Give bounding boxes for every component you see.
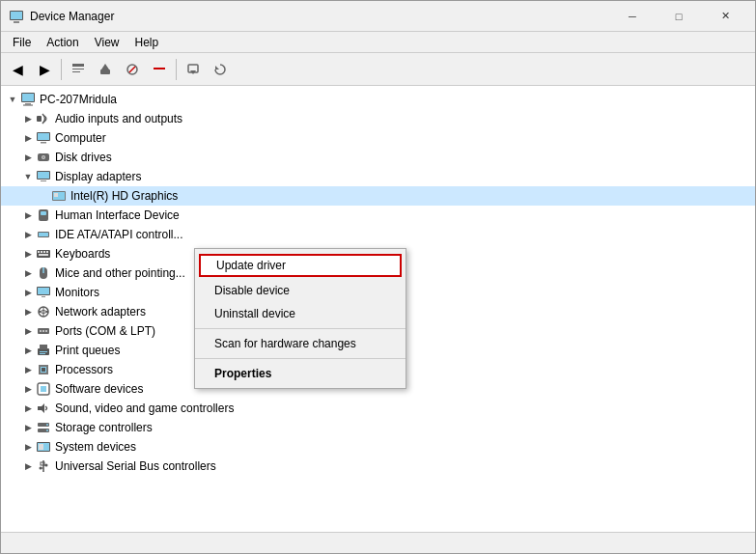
tree-root[interactable]: ▼ PC-207Mridula [1, 90, 755, 109]
svg-rect-30 [54, 193, 58, 197]
svg-marker-7 [101, 64, 109, 69]
titlebar: Device Manager ─ □ ✕ [1, 1, 755, 32]
menu-view[interactable]: View [87, 34, 127, 51]
close-button[interactable]: ✕ [703, 1, 747, 32]
properties-button[interactable] [66, 57, 91, 82]
menu-action[interactable]: Action [39, 34, 86, 51]
monitors-expand-icon: ▶ [20, 285, 36, 300]
minimize-button[interactable]: ─ [610, 1, 655, 32]
svg-rect-15 [22, 94, 34, 101]
ctx-properties[interactable]: Properties [195, 362, 406, 385]
disable-button[interactable] [120, 57, 145, 82]
disk-expand-icon: ▶ [20, 150, 36, 165]
audio-expand-icon: ▶ [20, 111, 36, 126]
ctx-scan-hardware[interactable]: Scan for hardware changes [195, 332, 406, 355]
svg-rect-5 [72, 71, 80, 72]
storage-icon [36, 420, 51, 435]
ctx-separator-1 [195, 328, 406, 329]
svg-rect-21 [41, 142, 46, 144]
mice-icon [36, 265, 51, 281]
svg-marker-13 [215, 66, 219, 69]
computer-expand-icon: ▶ [20, 130, 36, 146]
svg-rect-60 [41, 386, 46, 392]
window-title: Device Manager [30, 10, 610, 23]
audio-label: Audio inputs and outputs [55, 112, 182, 125]
svg-point-65 [46, 429, 48, 431]
network-icon [36, 304, 51, 319]
svg-rect-6 [100, 69, 110, 74]
ctx-separator-2 [195, 358, 406, 359]
toolbar: ◀ ▶ [1, 53, 755, 86]
usb-icon [36, 458, 51, 474]
keyboard-label: Keyboards [55, 247, 110, 261]
device-manager-window: Device Manager ─ □ ✕ File Action View He… [0, 0, 756, 554]
display-label: Display adapters [55, 170, 141, 183]
svg-rect-58 [42, 368, 45, 372]
computer-label: Computer [55, 131, 106, 145]
svg-rect-34 [39, 233, 48, 236]
tree-item-disk[interactable]: ▶ Disk drives [1, 148, 755, 167]
svg-rect-26 [38, 172, 49, 179]
svg-rect-39 [46, 251, 48, 253]
ports-icon [36, 323, 51, 339]
svg-rect-1 [14, 21, 19, 23]
uninstall-button[interactable] [147, 57, 172, 82]
disk-icon [36, 150, 51, 165]
scan-changes-button[interactable] [181, 57, 206, 82]
mice-expand-icon: ▶ [20, 265, 36, 281]
svg-rect-10 [154, 68, 165, 69]
root-label: PC-207Mridula [40, 93, 117, 106]
svg-rect-4 [72, 69, 84, 69]
toolbar-separator-1 [61, 59, 62, 80]
network-expand-icon: ▶ [20, 304, 36, 319]
disk-label: Disk drives [55, 151, 112, 164]
storage-expand-icon: ▶ [20, 420, 36, 435]
hid-label: Human Interface Device [55, 208, 180, 222]
print-label: Print queues [55, 344, 120, 357]
ctx-disable-device[interactable]: Disable device [195, 279, 406, 302]
refresh-button[interactable] [208, 57, 233, 82]
sound-label: Sound, video and game controllers [55, 402, 234, 415]
tree-item-computer[interactable]: ▶ Computer [1, 128, 755, 148]
audio-icon [36, 111, 51, 126]
tree-item-storage[interactable]: ▶ Storage controllers [1, 418, 755, 437]
ctx-update-driver[interactable]: Update driver [199, 254, 402, 277]
tree-item-hid[interactable]: ▶ Human Interface Device [1, 206, 755, 225]
update-driver-button[interactable] [93, 57, 118, 82]
hid-expand-icon: ▶ [20, 208, 36, 223]
svg-rect-44 [38, 288, 49, 294]
tree-item-display[interactable]: ▼ Display adapters [1, 167, 755, 186]
display-expand-icon: ▼ [20, 169, 36, 184]
sys-icon [36, 439, 51, 455]
tree-item-gpu[interactable]: Intel(R) HD Graphics [1, 186, 755, 206]
tree-item-sys[interactable]: ▶ System devices [1, 437, 755, 457]
gpu-expand-icon [36, 188, 51, 204]
menu-file[interactable]: File [5, 34, 39, 51]
tree-item-usb[interactable]: ▶ Universal Serial Bus controllers [1, 457, 755, 476]
computer-icon [36, 130, 51, 146]
print-icon [36, 343, 51, 358]
svg-point-24 [42, 156, 44, 158]
gpu-label: Intel(R) HD Graphics [70, 189, 178, 203]
svg-point-51 [45, 330, 47, 332]
ctx-uninstall-device[interactable]: Uninstall device [195, 302, 406, 325]
forward-button[interactable]: ▶ [32, 57, 57, 82]
ide-expand-icon: ▶ [20, 227, 36, 242]
menubar: File Action View Help [1, 32, 755, 53]
gpu-icon [51, 188, 67, 204]
storage-label: Storage controllers [55, 421, 153, 434]
tree-item-sound[interactable]: ▶ Sound, video and game controllers [1, 399, 755, 418]
svg-rect-45 [42, 296, 45, 297]
sound-expand-icon: ▶ [20, 401, 36, 416]
back-button[interactable]: ◀ [5, 57, 30, 82]
tree-item-ide[interactable]: ▶ IDE ATA/ATAPI controll... [1, 225, 755, 244]
svg-rect-27 [41, 180, 46, 181]
sys-expand-icon: ▶ [20, 439, 36, 455]
maximize-button[interactable]: □ [657, 1, 701, 32]
display-icon [36, 169, 51, 184]
menu-help[interactable]: Help [127, 34, 167, 51]
tree-item-audio[interactable]: ▶ Audio inputs and outputs [1, 109, 755, 128]
monitors-icon [36, 285, 51, 300]
root-expand-icon: ▼ [5, 92, 20, 107]
svg-rect-20 [38, 133, 49, 140]
